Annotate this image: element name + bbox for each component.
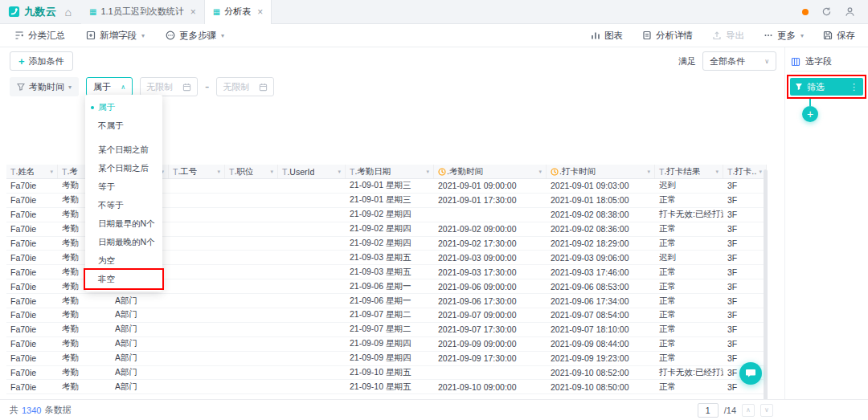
table-cell bbox=[225, 337, 278, 351]
column-header[interactable]: .考勤时间▾ bbox=[434, 165, 547, 178]
tab-grid-icon: ▦ bbox=[89, 8, 96, 16]
tab-close-icon[interactable]: × bbox=[257, 6, 263, 18]
table-cell bbox=[225, 308, 278, 322]
operator-option[interactable]: 为空 bbox=[85, 251, 162, 270]
table-cell bbox=[278, 380, 346, 393]
operator-option[interactable]: 不等于 bbox=[85, 196, 162, 214]
table-cell: 打卡无效:已经打过... bbox=[655, 208, 723, 222]
column-filter-caret-icon[interactable]: ▾ bbox=[268, 169, 273, 175]
table-cell: Fa70ie bbox=[6, 237, 58, 251]
column-filter-caret-icon[interactable]: ▾ bbox=[424, 169, 429, 175]
column-header[interactable]: T.打卡结果▾ bbox=[655, 165, 723, 178]
operator-option[interactable]: 等于 bbox=[85, 177, 162, 196]
menubar-item-more-steps[interactable]: 更多步骤 ▾ bbox=[166, 30, 224, 42]
page-down-button[interactable]: ∨ bbox=[760, 404, 773, 417]
column-header[interactable]: .打卡时间▾ bbox=[547, 165, 655, 178]
caret-down-icon: ▾ bbox=[68, 84, 72, 91]
add-condition-label: 添加条件 bbox=[29, 55, 64, 67]
table-cell bbox=[278, 337, 346, 351]
operator-option[interactable]: 非空 bbox=[85, 270, 162, 288]
table-cell bbox=[225, 208, 278, 222]
table-cell: 2021-09-06 17:30:00 bbox=[434, 294, 547, 308]
table-cell: Fa70ie bbox=[6, 294, 58, 308]
table-cell: 3F bbox=[723, 194, 767, 207]
operator-option[interactable]: 属于 bbox=[85, 98, 162, 116]
operator-select[interactable]: 属于 ∧ bbox=[86, 77, 133, 96]
home-icon[interactable]: ⌂ bbox=[65, 6, 72, 18]
menubar-item-analysis-details[interactable]: 分析详情 bbox=[642, 30, 693, 42]
user-icon[interactable] bbox=[845, 6, 855, 17]
condition-field-chip[interactable]: 考勤时间 ▾ bbox=[10, 77, 79, 96]
calendar-icon bbox=[259, 83, 268, 92]
column-filter-caret-icon[interactable]: ▾ bbox=[48, 169, 53, 175]
table-cell: 2021-09-01 09:00:00 bbox=[434, 179, 547, 193]
column-filter-caret-icon[interactable]: ▾ bbox=[714, 169, 719, 175]
operator-option[interactable]: 某个日期之前 bbox=[85, 141, 162, 159]
match-condition: 满足 全部条件 ∨ bbox=[678, 51, 776, 71]
column-header[interactable]: T.打卡...▾ bbox=[723, 165, 767, 178]
add-condition-button[interactable]: + 添加条件 bbox=[10, 51, 73, 71]
chat-button[interactable] bbox=[739, 362, 762, 385]
menubar-item-label: 导出 bbox=[726, 30, 744, 42]
table-cell: 正常 bbox=[655, 337, 723, 351]
column-header[interactable]: T.职位▾ bbox=[225, 165, 278, 178]
column-header[interactable]: T.UserId▾ bbox=[278, 165, 346, 178]
filter-step-button[interactable]: 筛选 ⋮ bbox=[790, 78, 863, 96]
menubar-item-group-summary[interactable]: 分类汇总 bbox=[14, 30, 65, 42]
operator-option[interactable]: 日期最晚的N个 bbox=[85, 233, 162, 251]
menubar-item-label: 更多 bbox=[777, 30, 796, 42]
table-cell: 21-09-06 星期一 bbox=[346, 279, 434, 293]
analysis-details-icon bbox=[642, 31, 652, 40]
column-filter-caret-icon[interactable]: ▾ bbox=[645, 169, 650, 175]
condition-row: 考勤时间 ▾ 属于 ∧ 无限制 - 无限制 bbox=[10, 77, 274, 96]
operator-option[interactable]: 日期最早的N个 bbox=[85, 214, 162, 233]
column-filter-caret-icon[interactable]: ▾ bbox=[336, 169, 341, 175]
column-header[interactable]: T.工号▾ bbox=[169, 165, 225, 178]
column-filter-caret-icon[interactable]: ▾ bbox=[757, 169, 762, 175]
add-field-icon bbox=[86, 31, 96, 40]
column-filter-caret-icon[interactable]: ▾ bbox=[215, 169, 220, 175]
tab-analysis-table[interactable]: ▦ 分析表 × bbox=[205, 0, 272, 24]
column-header-label: .UserId bbox=[287, 167, 314, 177]
column-header-label: .工号 bbox=[178, 166, 197, 177]
kebab-icon[interactable]: ⋮ bbox=[850, 82, 858, 92]
column-header[interactable]: T.考勤日期▾ bbox=[346, 165, 434, 178]
range-start-input[interactable]: 无限制 bbox=[140, 77, 198, 96]
table-cell bbox=[225, 366, 278, 380]
range-end-input[interactable]: 无限制 bbox=[216, 77, 274, 96]
table-cell: 3F bbox=[723, 294, 767, 308]
table-cell: Fa70ie bbox=[6, 337, 58, 351]
table-cell: 21-09-06 星期一 bbox=[346, 294, 434, 308]
operator-option[interactable]: 某个日期之后 bbox=[85, 159, 162, 177]
table-cell bbox=[278, 366, 346, 380]
filter-step-label: 筛选 bbox=[807, 81, 825, 93]
menubar-item-more[interactable]: 更多 ▾ bbox=[764, 30, 804, 42]
page-input[interactable]: 1 bbox=[698, 403, 719, 418]
select-field-item[interactable]: 选字段 bbox=[791, 52, 864, 71]
page-up-button[interactable]: ∧ bbox=[742, 404, 755, 417]
column-filter-caret-icon[interactable]: ▾ bbox=[537, 169, 542, 175]
add-step-button[interactable]: + bbox=[802, 106, 818, 122]
menubar-item-add-field[interactable]: 新增字段 ▾ bbox=[86, 30, 145, 42]
match-condition-select[interactable]: 全部条件 ∨ bbox=[702, 51, 776, 71]
table-cell: 21-09-01 星期三 bbox=[346, 194, 434, 207]
operator-option[interactable]: 不属于 bbox=[85, 116, 162, 135]
table-cell: 3F bbox=[723, 323, 767, 336]
column-header-label: .姓名 bbox=[15, 166, 35, 177]
menubar-item-export[interactable]: 导出 bbox=[712, 30, 744, 42]
caret-up-icon: ∧ bbox=[121, 84, 125, 91]
notification-dot-icon[interactable] bbox=[802, 9, 809, 15]
menubar-item-save[interactable]: 保存 bbox=[823, 30, 855, 42]
table-cell: 21-09-01 星期三 bbox=[346, 179, 434, 193]
table-cell bbox=[278, 265, 346, 279]
menubar-item-chart[interactable]: 图表 bbox=[591, 30, 623, 42]
table-cell bbox=[278, 208, 346, 222]
tab-employee-late-stats[interactable]: ▦ 1.1员工迟到次数统计 × bbox=[81, 0, 205, 24]
table-cell: 考勤 bbox=[58, 308, 111, 322]
refresh-icon[interactable] bbox=[821, 6, 832, 17]
annotation-box-filter: 筛选 ⋮ bbox=[787, 75, 866, 99]
vertical-scrollbar[interactable] bbox=[764, 169, 768, 420]
column-header[interactable]: T.姓名▾ bbox=[6, 165, 58, 178]
tab-close-icon[interactable]: × bbox=[190, 6, 196, 18]
tab-label: 1.1员工迟到次数统计 bbox=[100, 6, 183, 18]
